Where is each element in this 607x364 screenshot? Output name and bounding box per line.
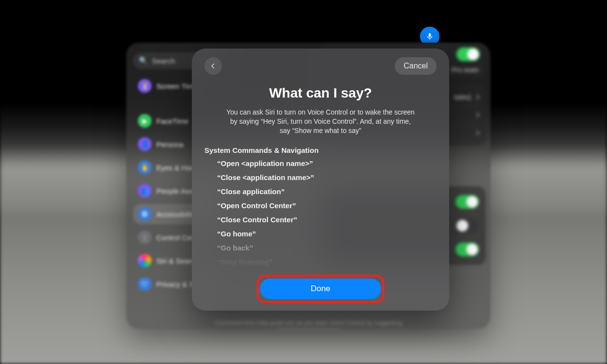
search-placeholder: Search <box>152 57 175 65</box>
cancel-label: Cancel <box>404 62 428 70</box>
chevron-right-icon <box>474 112 479 117</box>
command-item: “Open Control Center” <box>217 201 437 210</box>
done-button[interactable]: Done <box>260 279 381 299</box>
chevron-right-icon <box>474 94 479 99</box>
sliders-icon: ⋮ <box>138 231 152 244</box>
setting-toggle[interactable] <box>455 219 479 232</box>
sidebar-item-label: Persona <box>156 140 184 149</box>
voice-control-caption-tail: Pro even <box>452 66 479 74</box>
done-label: Done <box>311 284 331 294</box>
voice-control-toggle[interactable] <box>456 48 480 61</box>
cancel-button[interactable]: Cancel <box>395 57 437 75</box>
chevron-left-icon <box>210 63 217 69</box>
search-icon: 🔍 <box>139 56 148 65</box>
privacy-icon: 🛡 <box>138 277 152 291</box>
commands-section-heading: System Commands & Navigation <box>204 146 437 154</box>
setting-toggle[interactable] <box>455 195 479 209</box>
sidebar-item-label: Screen Time <box>156 82 197 90</box>
command-item: “Open <application name>” <box>217 159 437 167</box>
accessibility-icon: ✪ <box>138 207 152 221</box>
hourglass-icon: ⏳ <box>138 79 152 93</box>
person-icon: 👤 <box>138 137 152 151</box>
command-item: “Close Control Center” <box>217 215 437 224</box>
voice-control-footer-hint: Command hints help guide you as you lear… <box>126 319 490 326</box>
language-value-tail: tates) <box>454 93 471 101</box>
setting-toggle[interactable] <box>455 243 479 256</box>
command-item: “Close application” <box>217 187 437 196</box>
what-can-i-say-sheet: Cancel What can I say? You can ask Siri … <box>192 49 449 311</box>
people-icon: 👥 <box>138 184 152 198</box>
command-item: “Go home” <box>217 230 437 238</box>
sheet-description: You can ask Siri to turn on Voice Contro… <box>226 108 415 135</box>
command-item: “Go back” <box>217 244 437 252</box>
sidebar-item-label: Accessibility <box>156 210 196 218</box>
command-item: “Stop listening” <box>217 258 437 266</box>
video-icon: ▶ <box>138 114 152 128</box>
back-button[interactable] <box>204 57 222 75</box>
hand-icon: ✋ <box>138 161 152 174</box>
sidebar-item-label: FaceTime <box>156 117 188 125</box>
chevron-right-icon <box>474 130 479 135</box>
command-item: “Close <application name>” <box>217 173 437 182</box>
sheet-title: What can I say? <box>204 85 437 101</box>
microphone-icon <box>425 32 434 41</box>
home-indicator[interactable] <box>277 329 340 329</box>
commands-list: “Open <application name>” “Close <applic… <box>204 159 437 275</box>
siri-icon <box>138 254 152 267</box>
